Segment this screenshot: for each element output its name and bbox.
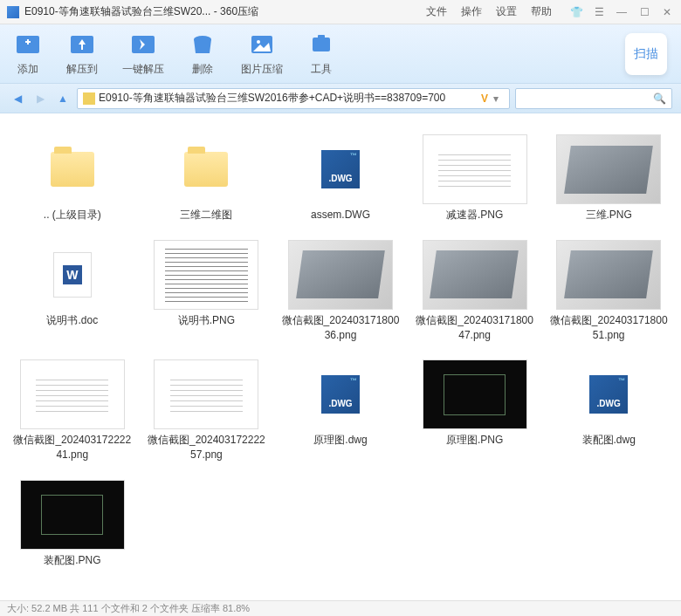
- file-thumbnail: [154, 359, 258, 429]
- app-icon: [7, 6, 19, 18]
- file-name-label: assem.DWG: [311, 208, 370, 222]
- file-thumbnail: .DWG: [288, 359, 393, 429]
- file-thumbnail: .DWG: [556, 359, 661, 429]
- oneclick-extract-button[interactable]: 一键解压: [122, 31, 164, 77]
- tools-button[interactable]: 工具: [307, 31, 335, 77]
- file-thumbnail: [154, 240, 258, 310]
- file-thumbnail: [20, 134, 125, 204]
- file-item[interactable]: .DWG装配图.dwg: [545, 356, 672, 466]
- minimize-icon[interactable]: —: [615, 5, 629, 19]
- file-thumbnail: [288, 240, 393, 310]
- file-thumbnail: W: [20, 240, 125, 310]
- scan-button[interactable]: 扫描: [625, 33, 667, 75]
- file-item[interactable]: 微信截图_20240317222241.png: [9, 356, 136, 466]
- file-item[interactable]: 微信截图_20240317222257.png: [143, 356, 271, 466]
- extract-button[interactable]: 解压到: [66, 31, 98, 77]
- file-item[interactable]: 装配图.PNG: [9, 476, 136, 572]
- titlebar: E0910-等角速联轴器试验台三维SW20... - 360压缩 文件 操作 设…: [0, 0, 681, 24]
- delete-icon: [189, 31, 217, 58]
- file-name-label: 三维二维图: [180, 208, 232, 222]
- file-name-label: 说明书.doc: [46, 313, 98, 328]
- file-name-label: 装配图.PNG: [44, 553, 100, 568]
- file-thumbnail: [20, 359, 125, 429]
- file-item[interactable]: 三维二维图: [143, 131, 271, 226]
- dropdown-icon[interactable]: ▾: [488, 92, 504, 105]
- file-item[interactable]: 原理图.PNG: [411, 356, 539, 466]
- file-name-label: 说明书.PNG: [178, 313, 235, 328]
- file-thumbnail: [154, 134, 258, 204]
- menu-settings[interactable]: 设置: [496, 4, 517, 19]
- file-name-label: 装配图.dwg: [582, 433, 636, 448]
- file-thumbnail: [423, 359, 527, 429]
- file-thumbnail: [556, 240, 661, 310]
- file-name-label: 三维.PNG: [586, 208, 632, 222]
- add-button[interactable]: 添加: [14, 31, 42, 77]
- file-item[interactable]: 微信截图_20240317180047.png: [411, 236, 539, 346]
- maximize-icon[interactable]: ☐: [637, 5, 651, 19]
- menu-file[interactable]: 文件: [426, 4, 447, 19]
- svg-point-7: [257, 40, 260, 44]
- file-name-label: 原理图.PNG: [446, 433, 503, 448]
- path-input[interactable]: E0910-等角速联轴器试验台三维SW2016带参+CAD+说明书==83870…: [77, 88, 510, 109]
- nav-back-icon[interactable]: ◀: [9, 90, 26, 107]
- toolbar: 添加 解压到 一键解压 删除 图片压缩 工具 扫描: [0, 24, 681, 84]
- vip-icon: V: [481, 92, 488, 105]
- file-item[interactable]: 减速器.PNG: [411, 131, 539, 226]
- skin-icon[interactable]: 👕: [569, 5, 583, 19]
- extract-icon: [68, 31, 96, 58]
- file-name-label: 微信截图_20240317222257.png: [147, 433, 267, 462]
- window-title: E0910-等角速联轴器试验台三维SW20... - 360压缩: [24, 4, 426, 19]
- search-icon[interactable]: 🔍: [653, 92, 666, 105]
- close-icon[interactable]: ✕: [660, 5, 674, 19]
- file-thumbnail: [20, 480, 125, 550]
- file-thumbnail: [423, 240, 527, 310]
- file-name-label: .. (上级目录): [44, 208, 101, 222]
- navbar: ◀ ▶ ▲ E0910-等角速联轴器试验台三维SW2016带参+CAD+说明书=…: [0, 84, 681, 113]
- add-icon: [14, 31, 42, 58]
- file-name-label: 原理图.dwg: [313, 433, 367, 448]
- search-input[interactable]: 🔍: [515, 88, 672, 109]
- file-name-label: 微信截图_20240317222241.png: [12, 433, 133, 462]
- file-item[interactable]: W说明书.doc: [9, 236, 136, 346]
- file-item[interactable]: 三维.PNG: [545, 131, 672, 226]
- file-item[interactable]: 微信截图_20240317180051.png: [545, 236, 672, 346]
- status-text: 大小: 52.2 MB 共 111 个文件和 2 个文件夹 压缩率 81.8%: [7, 602, 250, 615]
- image-icon: [248, 31, 276, 58]
- menu-bar: 文件 操作 设置 帮助: [426, 4, 552, 19]
- menu-operate[interactable]: 操作: [461, 4, 482, 19]
- svg-rect-2: [27, 39, 29, 44]
- delete-button[interactable]: 删除: [189, 31, 217, 77]
- file-item[interactable]: .. (上级目录): [9, 131, 136, 226]
- svg-rect-9: [318, 35, 325, 38]
- file-item[interactable]: .DWG原理图.dwg: [277, 356, 404, 466]
- tools-icon: [307, 31, 335, 58]
- file-item[interactable]: 微信截图_20240317180036.png: [277, 236, 404, 346]
- nav-up-icon[interactable]: ▲: [54, 90, 72, 107]
- file-thumbnail: [556, 134, 661, 204]
- file-name-label: 微信截图_20240317180051.png: [548, 313, 669, 343]
- file-name-label: 微信截图_20240317180036.png: [280, 313, 401, 343]
- statusbar: 大小: 52.2 MB 共 111 个文件和 2 个文件夹 压缩率 81.8%: [0, 600, 681, 616]
- menu-help[interactable]: 帮助: [531, 4, 552, 19]
- folder-icon: [83, 92, 95, 105]
- file-thumbnail: .DWG: [288, 134, 393, 204]
- image-compress-button[interactable]: 图片压缩: [241, 31, 283, 77]
- file-item[interactable]: 说明书.PNG: [143, 236, 271, 346]
- file-list-area[interactable]: .. (上级目录)三维二维图.DWGassem.DWG减速器.PNG三维.PNG…: [0, 113, 681, 600]
- feedback-icon[interactable]: ☰: [592, 5, 606, 19]
- file-item[interactable]: .DWGassem.DWG: [277, 131, 404, 226]
- file-thumbnail: [423, 134, 527, 204]
- file-name-label: 减速器.PNG: [446, 208, 503, 222]
- svg-rect-8: [313, 38, 330, 51]
- file-name-label: 微信截图_20240317180047.png: [415, 313, 535, 343]
- oneclick-icon: [129, 31, 157, 58]
- nav-forward-icon[interactable]: ▶: [31, 90, 49, 107]
